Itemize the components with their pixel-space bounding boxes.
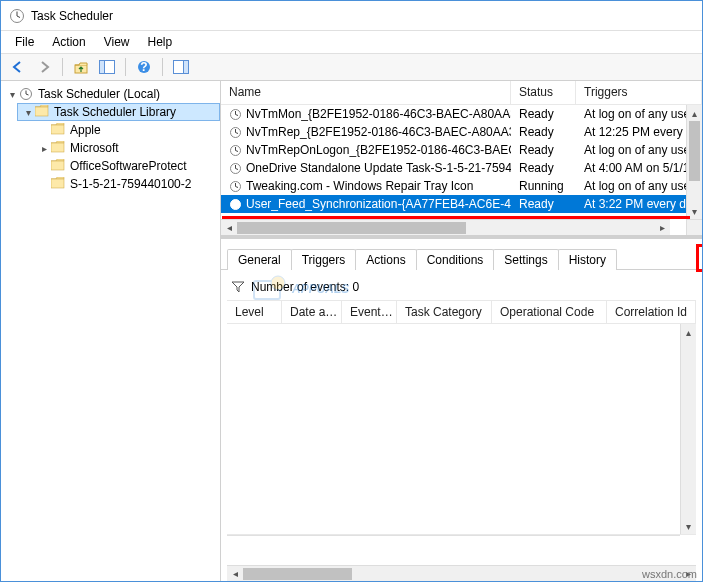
filter-icon[interactable] [231,281,245,293]
tree-twisty[interactable]: ▾ [5,89,19,100]
show-hide-console-tree-button[interactable] [96,56,118,78]
forward-button[interactable] [33,56,55,78]
toolbar-separator-2 [125,58,126,76]
folder-icon [51,159,67,173]
tree-library[interactable]: ▾ Task Scheduler Library [17,103,220,121]
highlight-annotation [222,216,690,219]
back-button[interactable] [7,56,29,78]
help-button[interactable]: ? [133,56,155,78]
scroll-left-arrow[interactable]: ◂ [221,222,237,233]
table-row[interactable]: User_Feed_Synchronization-{AA77FEB4-AC6E… [221,195,686,213]
task-trigger: At log on of any user [576,107,686,121]
tree-twisty[interactable]: ▸ [37,143,51,154]
scroll-down-arrow[interactable]: ▾ [681,518,696,534]
tabs: General Triggers Actions Conditions Sett… [221,249,702,270]
folder-icon [51,123,67,137]
table-row[interactable]: OneDrive Standalone Update Task-S-1-5-21… [221,159,686,177]
task-grid-header: Name Status Triggers [221,81,702,105]
task-name: OneDrive Standalone Update Task-S-1-5-21… [246,161,511,175]
tab-actions[interactable]: Actions [355,249,416,270]
col-event[interactable]: Event… [342,301,397,323]
task-name: User_Feed_Synchronization-{AA77FEB4-AC6E… [246,197,511,211]
up-button[interactable] [70,56,92,78]
events-body: ▴ ▾ [227,324,696,535]
attribution: wsxdn.com [642,568,697,580]
folder-icon [51,177,67,191]
tree-node-microsoft[interactable]: ▸ Microsoft [33,139,220,157]
folder-icon [35,105,51,119]
vertical-scrollbar[interactable]: ▴ ▾ [680,324,696,534]
clock-icon [229,162,242,175]
table-row[interactable]: NvTmRepOnLogon_{B2FE1952-0186-46C3-BAEC-… [221,141,686,159]
tab-history[interactable]: History [558,249,617,270]
tree-root[interactable]: ▾ Task Scheduler (Local) [1,85,220,103]
task-list: Name Status Triggers NvTmMon_{B2FE1952-0… [221,81,702,239]
main-area: ▾ Task Scheduler (Local) ▾ Task Schedule… [1,81,702,581]
tree-panel: ▾ Task Scheduler (Local) ▾ Task Schedule… [1,81,221,581]
tab-general[interactable]: General [227,249,292,270]
tree-node-label: S-1-5-21-759440100-2 [70,177,191,191]
tree-library-label: Task Scheduler Library [54,105,176,119]
table-row[interactable]: NvTmRep_{B2FE1952-0186-46C3-BAEC-A80AA35… [221,123,686,141]
svg-rect-17 [51,179,64,188]
tree-node-office[interactable]: OfficeSoftwareProtect [47,157,220,175]
task-trigger: At log on of any user [576,143,686,157]
scroll-up-arrow[interactable]: ▴ [687,105,702,121]
tab-settings[interactable]: Settings [493,249,558,270]
toolbar-separator-3 [162,58,163,76]
task-trigger: At 4:00 AM on 5/1/19 [576,161,686,175]
tree-node-sid[interactable]: S-1-5-21-759440100-2 [47,175,220,193]
horizontal-scrollbar[interactable]: ◂ ▸ [221,219,670,235]
task-trigger: At 12:25 PM every da [576,125,686,139]
col-correlation[interactable]: Correlation Id [607,301,696,323]
app-icon [9,8,25,24]
task-status: Ready [511,161,576,175]
vertical-scrollbar[interactable]: ▴ ▾ [686,105,702,219]
task-name: NvTmRepOnLogon_{B2FE1952-0186-46C3-BAEC-… [246,143,511,157]
svg-rect-9 [184,61,189,74]
tree-node-label: Apple [70,123,101,137]
scroll-right-arrow[interactable]: ▸ [654,222,670,233]
scroll-thumb[interactable] [689,121,700,181]
task-name: NvTmMon_{B2FE1952-0186-46C3-BAEC-A80AA35… [246,107,511,121]
filter-bar: Number of events: 0 [227,278,696,296]
col-opcode[interactable]: Operational Code [492,301,607,323]
menu-help[interactable]: Help [140,33,181,51]
col-date[interactable]: Date a… [282,301,342,323]
table-row[interactable]: NvTmMon_{B2FE1952-0186-46C3-BAEC-A80AA35… [221,105,686,123]
task-status: Ready [511,107,576,121]
tree-node-apple[interactable]: Apple [47,121,220,139]
col-status[interactable]: Status [511,81,576,104]
task-name: Tweaking.com - Windows Repair Tray Icon [246,179,473,193]
col-triggers[interactable]: Triggers [576,81,702,104]
clock-icon [229,108,242,121]
menu-file[interactable]: File [7,33,42,51]
tab-triggers[interactable]: Triggers [291,249,357,270]
show-hide-action-pane-button[interactable] [170,56,192,78]
horizontal-scrollbar[interactable]: ◂ ▸ [227,565,696,581]
col-category[interactable]: Task Category [397,301,492,323]
tab-content-history: Number of events: 0 Level Date a… Event…… [221,269,702,581]
menu-view[interactable]: View [96,33,138,51]
events-count-label: Number of events: 0 [251,280,359,294]
tree-root-label: Task Scheduler (Local) [38,87,160,101]
task-status: Ready [511,197,576,211]
table-row[interactable]: Tweaking.com - Windows Repair Tray IconR… [221,177,686,195]
clock-icon [229,144,242,157]
scroll-left-arrow[interactable]: ◂ [227,568,243,579]
task-status: Ready [511,125,576,139]
events-header: Level Date a… Event… Task Category Opera… [227,300,696,324]
menu-action[interactable]: Action [44,33,93,51]
scroll-down-arrow[interactable]: ▾ [687,203,702,219]
details-footer [227,535,680,565]
col-name[interactable]: Name [221,81,511,104]
tab-conditions[interactable]: Conditions [416,249,495,270]
scroll-up-arrow[interactable]: ▴ [681,324,696,340]
task-name: NvTmRep_{B2FE1952-0186-46C3-BAEC-A80AA35… [246,125,511,139]
tree-twisty[interactable]: ▾ [21,107,35,118]
col-level[interactable]: Level [227,301,282,323]
details-panel: General Triggers Actions Conditions Sett… [221,239,702,581]
tree-node-label: Microsoft [70,141,119,155]
titlebar: Task Scheduler [1,1,702,31]
window-title: Task Scheduler [31,9,113,23]
